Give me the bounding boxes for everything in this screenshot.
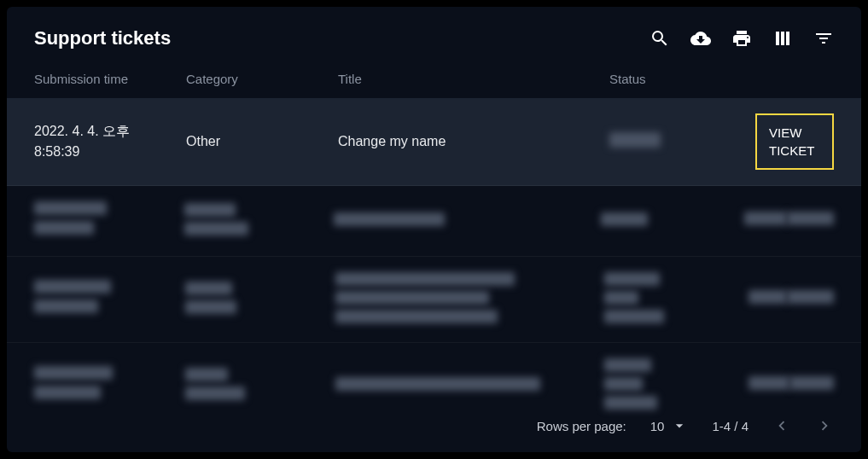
cell-category [185,368,335,404]
print-icon[interactable] [731,28,752,49]
cell-title [335,272,604,327]
cell-category [185,282,335,317]
columns-icon[interactable] [772,28,793,49]
table-row[interactable] [7,343,861,428]
search-icon[interactable] [650,28,670,49]
cell-time [34,280,185,319]
filter-icon[interactable] [813,28,834,49]
cell-time [34,201,184,241]
cell-title [334,212,602,230]
pagination-footer: Rows per page: 10 1-4 / 4 [537,416,834,435]
page-range: 1-4 / 4 [712,419,749,433]
next-page-button[interactable] [815,416,834,435]
page-nav [772,416,834,435]
view-ticket-button[interactable]: VIEW TICKET [755,113,834,170]
cell-action: VIEW TICKET [754,113,834,170]
table-row[interactable] [7,186,861,257]
cell-time: 2022. 4. 4. 오후 8:58:39 [34,121,186,162]
support-tickets-panel: Support tickets Submission time Category… [7,7,861,452]
col-header-time[interactable]: Submission time [34,72,186,86]
cell-title [335,377,604,394]
col-header-status[interactable]: Status [609,72,754,86]
col-header-category[interactable]: Category [186,72,338,86]
download-icon[interactable] [690,28,711,49]
cell-category: Other [186,134,338,149]
cell-status [604,272,749,327]
prev-page-button[interactable] [772,416,791,435]
chevron-down-icon [671,417,688,434]
table-row[interactable] [7,257,861,343]
cell-category [184,203,334,239]
rows-per-page-select[interactable]: 10 [650,417,689,434]
page-title: Support tickets [34,27,171,49]
cell-status [601,212,744,230]
col-header-action [754,72,834,86]
cell-action [749,376,834,395]
table-header: Submission time Category Title Status [7,63,861,98]
cell-status [604,358,749,413]
toolbar [650,28,834,49]
table-row[interactable]: 2022. 4. 4. 오후 8:58:39 Other Change my n… [7,98,861,186]
rows-per-page-label: Rows per page: [537,419,626,433]
panel-header: Support tickets [7,7,861,63]
cell-action [744,212,834,230]
rows-per-page-value: 10 [650,419,665,433]
cell-status [609,132,754,151]
cell-action [749,290,834,309]
cell-title: Change my name [338,134,609,149]
col-header-title[interactable]: Title [338,72,609,86]
view-ticket-label: VIEW TICKET [769,124,820,160]
cell-time [34,366,185,405]
